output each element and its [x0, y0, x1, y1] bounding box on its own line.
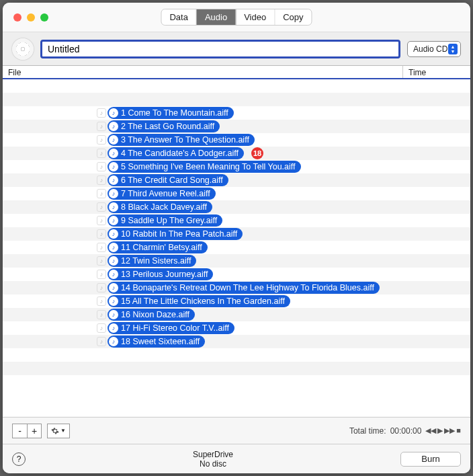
music-note-icon: ♪: [109, 323, 118, 333]
track-row[interactable]: ♪ ♪ 13 Perilous Journey.aiff: [3, 268, 470, 281]
titlebar: Data Audio Video Copy: [3, 3, 470, 32]
track-row[interactable]: ♪ ♪ 11 Charmin' Betsy.aiff: [3, 241, 470, 254]
music-note-icon: ♪: [109, 270, 118, 279]
segment-data[interactable]: Data: [161, 9, 196, 25]
track-pill[interactable]: ♪ 18 Sweet Sixteen.aiff: [108, 335, 205, 348]
music-note-icon: ♪: [109, 337, 118, 346]
segment-audio[interactable]: Audio: [197, 9, 236, 25]
disc-type-select[interactable]: Audio CD ▲▼: [407, 41, 461, 57]
track-row[interactable]: ♪ ♪ 8 Black Jack Davey.aiff: [3, 200, 470, 214]
music-note-icon: ♪: [97, 283, 106, 292]
music-note-icon: ♪: [109, 175, 118, 185]
track-filename: 12 Twin Sisters.aiff: [121, 256, 191, 266]
music-note-icon: ♪: [109, 216, 118, 225]
footer-controls: - + ▼ Total time: 00:00:00 ◀◀ ▶ ▶▶ ■: [3, 417, 470, 444]
music-note-icon: ♪: [97, 243, 106, 252]
music-note-icon: ♪: [97, 122, 106, 131]
track-row[interactable]: ♪ ♪ 5 Something I've Been Meaning To Tel…: [3, 160, 470, 173]
minimize-window[interactable]: [27, 13, 35, 22]
zoom-window[interactable]: [40, 13, 48, 22]
add-button[interactable]: +: [27, 424, 42, 438]
music-note-icon: ♪: [109, 108, 118, 118]
track-filename: 2 The Last Go Round.aiff: [121, 122, 214, 131]
track-filename: 17 Hi-Fi Stereo Color T.V..aiff: [121, 323, 229, 333]
help-button[interactable]: ?: [12, 452, 26, 466]
track-pill[interactable]: ♪ 5 Something I've Been Meaning To Tell …: [108, 161, 301, 173]
segment-video[interactable]: Video: [236, 9, 275, 25]
disc-title-input[interactable]: [40, 40, 400, 58]
disc-type-label: Audio CD: [413, 44, 447, 54]
track-row[interactable]: ♪ ♪ 17 Hi-Fi Stereo Color T.V..aiff: [3, 321, 470, 335]
track-filename: 11 Charmin' Betsy.aiff: [121, 243, 202, 252]
music-note-icon: ♪: [97, 256, 106, 266]
burn-button[interactable]: Burn: [400, 452, 461, 467]
music-note-icon: ♪: [109, 310, 118, 319]
track-row[interactable]: ♪ ♪ 9 Saddle Up The Grey.aiff: [3, 214, 470, 227]
track-row[interactable]: ♪ ♪ 16 Nixon Daze.aiff: [3, 308, 470, 321]
track-pill[interactable]: ♪ 16 Nixon Daze.aiff: [108, 309, 195, 321]
track-pill[interactable]: ♪ 1 Come To The Mountain.aiff: [108, 107, 234, 119]
track-list[interactable]: ♪ ♪ 1 Come To The Mountain.aiff ♪ ♪ 2 Th…: [3, 79, 470, 417]
track-pill[interactable]: ♪ 7 Third Avenue Reel.aiff: [108, 188, 216, 200]
empty-row: [3, 362, 470, 375]
track-filename: 9 Saddle Up The Grey.aiff: [121, 216, 217, 225]
stop-button[interactable]: ■: [456, 426, 461, 435]
music-note-icon: ♪: [109, 162, 118, 171]
track-filename: 16 Nixon Daze.aiff: [121, 310, 189, 319]
track-pill[interactable]: ♪ 3 The Answer To The Question.aiff: [108, 134, 255, 146]
track-pill[interactable]: ♪ 11 Charmin' Betsy.aiff: [108, 241, 208, 253]
music-note-icon: ♪: [97, 175, 106, 185]
track-row[interactable]: ♪ ♪ 7 Third Avenue Reel.aiff: [3, 187, 470, 200]
music-note-icon: ♪: [109, 256, 118, 266]
track-pill[interactable]: ♪ 8 Black Jack Davey.aiff: [108, 201, 212, 213]
track-pill[interactable]: ♪ 14 Bonaparte's Retreat Down The Lee Hi…: [108, 282, 380, 294]
track-pill[interactable]: ♪ 17 Hi-Fi Stereo Color T.V..aiff: [108, 322, 234, 334]
music-note-icon: ♪: [109, 189, 118, 198]
column-time[interactable]: Time: [403, 66, 470, 78]
track-row[interactable]: ♪ ♪ 4 The Candidate's A Dodger.aiff: [3, 147, 470, 160]
track-row[interactable]: ♪ ♪ 3 The Answer To The Question.aiff: [3, 133, 470, 147]
fast-forward-button[interactable]: ▶▶: [444, 426, 455, 435]
play-button[interactable]: ▶: [437, 426, 443, 435]
close-window[interactable]: [13, 13, 22, 22]
track-pill[interactable]: ♪ 15 All The Little Chickens In The Gard…: [108, 295, 290, 307]
gear-icon: [51, 427, 59, 435]
track-row[interactable]: ♪ ♪ 10 Rabbit In The Pea Patch.aiff: [3, 227, 470, 241]
chevron-up-down-icon: ▲▼: [448, 44, 458, 54]
track-filename: 15 All The Little Chickens In The Garden…: [121, 296, 285, 306]
track-row[interactable]: ♪ ♪ 14 Bonaparte's Retreat Down The Lee …: [3, 281, 470, 294]
empty-row: [3, 93, 470, 106]
track-pill[interactable]: ♪ 9 Saddle Up The Grey.aiff: [108, 214, 222, 227]
music-note-icon: ♪: [97, 189, 106, 198]
track-filename: 3 The Answer To The Question.aiff: [121, 135, 249, 145]
music-note-icon: ♪: [97, 135, 106, 145]
column-file[interactable]: File: [3, 66, 403, 78]
track-row[interactable]: ♪ ♪ 12 Twin Sisters.aiff: [3, 254, 470, 268]
track-filename: 1 Come To The Mountain.aiff: [121, 108, 228, 118]
track-pill[interactable]: ♪ 10 Rabbit In The Pea Patch.aiff: [108, 228, 243, 240]
remove-button[interactable]: -: [12, 424, 27, 438]
track-row[interactable]: ♪ ♪ 6 The Credit Card Song.aiff: [3, 173, 470, 187]
rewind-button[interactable]: ◀◀: [425, 426, 436, 435]
actions-menu[interactable]: ▼: [47, 424, 70, 438]
segment-copy[interactable]: Copy: [275, 9, 311, 25]
track-pill[interactable]: ♪ 4 The Candidate's A Dodger.aiff: [108, 147, 244, 159]
track-row[interactable]: ♪ ♪ 1 Come To The Mountain.aiff: [3, 106, 470, 120]
music-note-icon: ♪: [97, 323, 106, 333]
total-time-value: 00:00:00: [390, 426, 422, 436]
music-note-icon: ♪: [97, 108, 106, 118]
empty-row: [3, 348, 470, 362]
track-row[interactable]: ♪ ♪ 2 The Last Go Round.aiff: [3, 120, 470, 133]
track-pill[interactable]: ♪ 2 The Last Go Round.aiff: [108, 120, 220, 132]
track-pill[interactable]: ♪ 6 The Credit Card Song.aiff: [108, 174, 228, 186]
track-filename: 13 Perilous Journey.aiff: [121, 270, 208, 279]
track-row[interactable]: ♪ ♪ 15 All The Little Chickens In The Ga…: [3, 294, 470, 308]
music-note-icon: ♪: [109, 122, 118, 131]
track-filename: 7 Third Avenue Reel.aiff: [121, 189, 210, 198]
track-filename: 6 The Credit Card Song.aiff: [121, 175, 223, 185]
track-row[interactable]: ♪ ♪ 18 Sweet Sixteen.aiff: [3, 335, 470, 348]
track-pill[interactable]: ♪ 13 Perilous Journey.aiff: [108, 268, 213, 280]
track-pill[interactable]: ♪ 12 Twin Sisters.aiff: [108, 255, 196, 267]
drive-name: SuperDrive: [26, 450, 400, 459]
music-note-icon: ♪: [109, 296, 118, 306]
